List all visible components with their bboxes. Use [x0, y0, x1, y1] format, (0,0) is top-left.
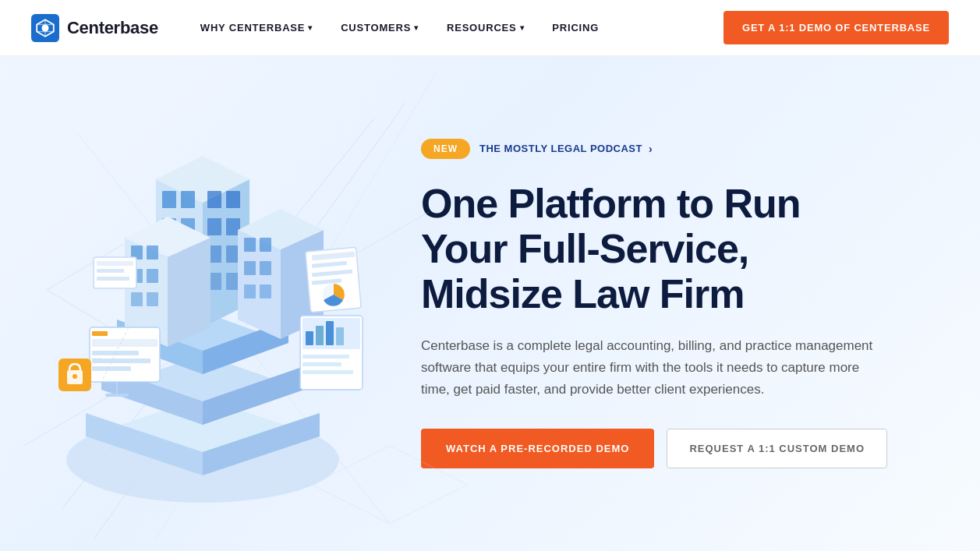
- navbar: Centerbase WHY CENTERBASE ▾ CUSTOMERS ▾ …: [0, 0, 980, 56]
- svg-rect-42: [147, 245, 158, 260]
- hero-content: NEW THE MOSTLY LEGAL PODCAST › One Platf…: [405, 92, 936, 516]
- svg-rect-45: [131, 292, 143, 306]
- new-badge: NEW: [421, 139, 470, 159]
- nav-item-resources[interactable]: RESOURCES ▾: [436, 16, 535, 40]
- svg-rect-61: [92, 331, 108, 336]
- svg-rect-51: [260, 238, 271, 252]
- svg-rect-44: [147, 269, 158, 283]
- svg-rect-84: [97, 269, 124, 273]
- hero-title: One Platform to Run Your Full-Service, M…: [421, 181, 889, 317]
- centerbase-logo-icon: [31, 14, 59, 42]
- hero-description: Centerbase is a complete legal accountin…: [421, 335, 873, 401]
- svg-rect-50: [244, 238, 256, 252]
- svg-rect-59: [92, 359, 150, 363]
- hero-buttons: WATCH A PRE-RECORDED DEMO REQUEST A 1:1 …: [421, 429, 889, 468]
- svg-rect-55: [260, 284, 271, 298]
- svg-rect-23: [181, 191, 195, 208]
- svg-rect-75: [302, 370, 353, 374]
- svg-rect-31: [226, 191, 240, 208]
- nav-item-pricing[interactable]: PRICING: [541, 16, 610, 40]
- svg-rect-73: [302, 355, 349, 359]
- svg-rect-30: [207, 191, 221, 208]
- svg-rect-70: [316, 326, 324, 345]
- watch-demo-button[interactable]: WATCH A PRE-RECORDED DEMO: [421, 429, 654, 468]
- svg-rect-74: [302, 362, 341, 366]
- svg-rect-46: [147, 292, 158, 306]
- svg-rect-72: [336, 327, 344, 345]
- svg-rect-71: [326, 321, 334, 345]
- svg-rect-32: [207, 218, 221, 235]
- nav-item-why-centerbase[interactable]: WHY CENTERBASE ▾: [189, 16, 324, 40]
- svg-rect-60: [92, 366, 131, 371]
- logo-link[interactable]: Centerbase: [31, 14, 158, 42]
- chevron-down-icon: ▾: [308, 23, 313, 32]
- svg-point-66: [73, 374, 77, 379]
- chevron-down-icon: ▾: [520, 23, 525, 32]
- podcast-link[interactable]: THE MOSTLY LEGAL PODCAST ›: [479, 143, 653, 155]
- svg-rect-22: [162, 191, 176, 208]
- chevron-down-icon: ▾: [414, 23, 419, 32]
- svg-rect-52: [244, 261, 256, 275]
- hero-section: NEW THE MOSTLY LEGAL PODCAST › One Platf…: [0, 56, 980, 551]
- badge-row: NEW THE MOSTLY LEGAL PODCAST ›: [421, 139, 889, 159]
- svg-rect-54: [244, 284, 256, 298]
- svg-point-1: [42, 24, 49, 31]
- logo-text: Centerbase: [67, 18, 158, 38]
- isometric-illustration: [23, 78, 382, 530]
- chevron-right-icon: ›: [649, 143, 653, 155]
- nav-links: WHY CENTERBASE ▾ CUSTOMERS ▾ RESOURCES ▾…: [189, 16, 724, 40]
- nav-demo-cta-button[interactable]: GET A 1:1 DEMO OF CENTERBASE: [724, 11, 949, 44]
- svg-rect-57: [92, 339, 157, 347]
- svg-rect-63: [105, 394, 129, 397]
- svg-rect-69: [306, 331, 313, 345]
- svg-rect-85: [97, 277, 129, 281]
- request-demo-button[interactable]: REQUEST A 1:1 CUSTOM DEMO: [667, 429, 887, 468]
- nav-item-customers[interactable]: CUSTOMERS ▾: [330, 16, 430, 40]
- hero-illustration: [0, 56, 405, 551]
- svg-rect-83: [97, 261, 133, 266]
- svg-rect-53: [260, 261, 271, 275]
